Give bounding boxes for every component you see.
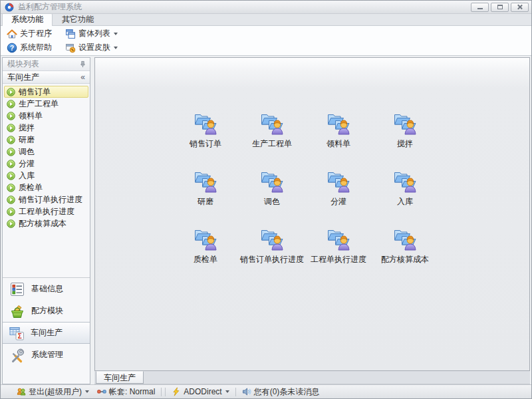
system-help-label: 系统帮助 <box>20 42 52 53</box>
close-button[interactable] <box>511 3 529 12</box>
shortcut-label: 搅拌 <box>397 138 413 150</box>
separator <box>161 388 162 396</box>
set-skin-button[interactable]: 设置皮肤 <box>62 41 121 54</box>
system-help-button[interactable]: 系统帮助 <box>3 41 55 54</box>
network-icon <box>97 387 106 396</box>
nav-formula-module[interactable]: 配方模块 <box>3 300 90 322</box>
shortcut-filling[interactable]: 分灌 <box>305 168 372 207</box>
about-program-button[interactable]: 关于程序 <box>3 27 55 40</box>
chevron-down-icon <box>225 390 229 393</box>
ado-direct-button[interactable]: ADODirect <box>172 387 229 396</box>
shortcut-grinding[interactable]: 研磨 <box>172 168 239 207</box>
sidebar-nav-sections: 基础信息 配方模块 车间生产 系统管理 <box>3 277 90 366</box>
folder-user-icon <box>325 110 352 136</box>
nav-system-management[interactable]: 系统管理 <box>3 344 90 366</box>
go-icon <box>7 196 15 204</box>
content-area: 模块列表 车间生产 « 销售订单 生产工程单 领料单 <box>1 56 531 384</box>
module-group-title: 车间生产 <box>7 72 39 83</box>
folder-user-icon <box>192 168 219 194</box>
sidebar-item-warehousing[interactable]: 入库 <box>4 170 88 182</box>
minimize-button[interactable] <box>471 3 489 12</box>
unread-messages-indicator[interactable]: 您有(0)条未读消息 <box>242 386 320 398</box>
speaker-icon <box>242 387 251 396</box>
logout-label: 登出(超级用户) <box>29 386 82 398</box>
tab-system-functions[interactable]: 系统功能 <box>2 13 53 26</box>
minimize-icon <box>477 8 483 9</box>
shortcut-mixing[interactable]: 搅拌 <box>372 110 438 150</box>
app-window: 益利配方管理系统 系统功能 其它功能 关于程序 窗体列表 系统 <box>0 0 532 399</box>
shortcut-work-order-progress[interactable]: 工程单执行进度 <box>305 225 372 265</box>
titlebar: 益利配方管理系统 <box>1 1 531 14</box>
sidebar-item-filling[interactable]: 分灌 <box>4 158 88 170</box>
sidebar-item-grinding[interactable]: 研磨 <box>4 134 88 146</box>
document-column: 销售订单 生产工程单 领料单 搅拌 <box>94 57 530 384</box>
folder-user-icon <box>392 110 418 136</box>
sidebar-item-label: 搅拌 <box>19 122 35 134</box>
tools-icon <box>9 347 25 363</box>
chevron-down-icon <box>114 47 118 49</box>
go-icon <box>7 124 15 132</box>
collapse-icon[interactable]: « <box>80 72 85 82</box>
ribbon-tabstrip: 系统功能 其它功能 <box>1 14 531 26</box>
sidebar-item-label: 生产工程单 <box>19 98 59 110</box>
account-set-indicator: 帐套: Normal <box>97 386 155 398</box>
shortcut-quality-check[interactable]: 质检单 <box>172 225 239 265</box>
sidebar-item-label: 领料单 <box>19 110 43 122</box>
shortcut-label: 调色 <box>264 196 280 207</box>
go-icon <box>7 148 15 156</box>
folder-user-icon <box>325 168 352 194</box>
go-icon <box>7 112 15 120</box>
module-item-list: 销售订单 生产工程单 领料单 搅拌 研磨 <box>3 84 90 231</box>
sidebar-item-material-request[interactable]: 领料单 <box>4 110 88 122</box>
shortcut-formula-cost[interactable]: 配方核算成本 <box>372 225 438 265</box>
sidebar-item-sales-order-progress[interactable]: 销售订单执行进度 <box>4 194 88 205</box>
shortcut-label: 入库 <box>397 196 413 207</box>
document-tab-workshop-production[interactable]: 车间生产 <box>96 371 144 384</box>
folder-user-icon <box>392 225 418 252</box>
toolbar-row-1: 关于程序 窗体列表 <box>3 27 531 41</box>
sidebar-item-label: 调色 <box>19 146 35 158</box>
nav-workshop-production[interactable]: 车间生产 <box>3 322 90 344</box>
sidebar-item-formula-cost[interactable]: 配方核算成本 <box>4 217 88 229</box>
shortcut-tinting[interactable]: 调色 <box>239 168 305 207</box>
ado-direct-label: ADODirect <box>184 387 221 396</box>
close-icon <box>517 4 523 10</box>
sidebar-item-sales-order[interactable]: 销售订单 <box>4 86 88 98</box>
shortcut-label: 销售订单执行进度 <box>240 254 304 265</box>
logout-button[interactable]: 登出(超级用户) <box>17 386 89 398</box>
lightning-icon <box>172 387 181 396</box>
nav-basic-info[interactable]: 基础信息 <box>3 278 90 300</box>
module-group-header[interactable]: 车间生产 « <box>3 71 90 84</box>
sidebar-item-label: 销售订单 <box>19 86 51 98</box>
shortcut-production-order[interactable]: 生产工程单 <box>239 110 305 150</box>
table-sigma-icon <box>9 325 25 341</box>
sidebar-item-quality-check[interactable]: 质检单 <box>4 182 88 194</box>
shortcut-sales-order-progress[interactable]: 销售订单执行进度 <box>239 225 305 265</box>
chevron-down-icon <box>114 33 118 35</box>
module-list-title: 模块列表 <box>7 59 39 70</box>
folder-user-icon <box>392 168 418 194</box>
set-skin-label: 设置皮肤 <box>78 42 110 53</box>
maximize-button[interactable] <box>491 3 509 12</box>
tab-other-functions[interactable]: 其它功能 <box>53 13 103 25</box>
sidebar-item-label: 工程单执行进度 <box>19 206 74 217</box>
window-list-label: 窗体列表 <box>78 28 110 39</box>
go-icon <box>7 160 15 168</box>
basket-icon <box>9 303 25 319</box>
home-icon <box>7 29 17 39</box>
shortcut-label: 工程单执行进度 <box>311 254 366 265</box>
sidebar-item-production-order[interactable]: 生产工程单 <box>4 98 88 110</box>
window-list-button[interactable]: 窗体列表 <box>62 27 121 40</box>
help-icon <box>7 43 17 53</box>
shortcut-sales-order[interactable]: 销售订单 <box>172 110 239 150</box>
shortcut-material-request[interactable]: 领料单 <box>305 110 372 150</box>
sidebar-item-label: 入库 <box>19 170 35 182</box>
sidebar-item-tinting[interactable]: 调色 <box>4 146 88 158</box>
folder-user-icon <box>259 168 285 194</box>
sidebar-item-work-order-progress[interactable]: 工程单执行进度 <box>4 205 88 217</box>
pin-icon[interactable] <box>79 61 86 68</box>
nav-section-label: 系统管理 <box>31 349 63 360</box>
shortcut-warehousing[interactable]: 入库 <box>372 168 438 207</box>
sidebar-item-mixing[interactable]: 搅拌 <box>4 122 88 134</box>
chevron-down-icon <box>85 390 89 393</box>
